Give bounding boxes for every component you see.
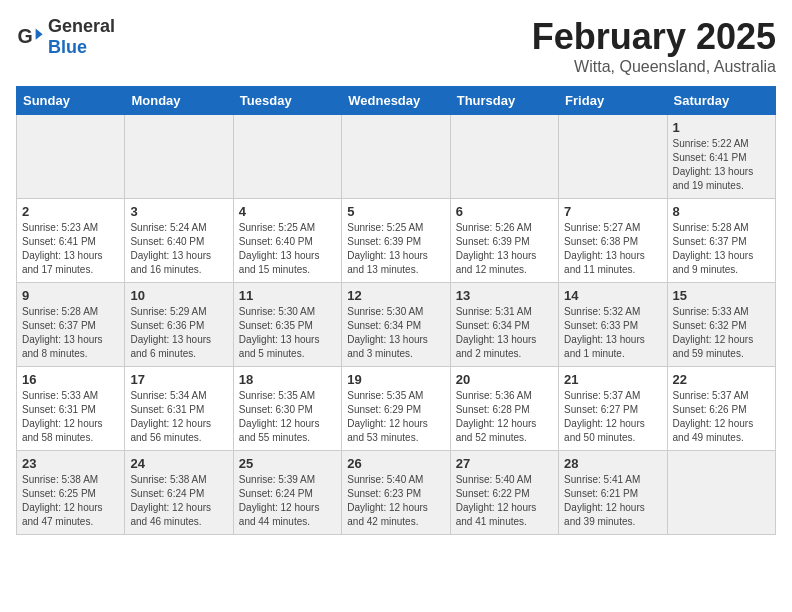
calendar-cell: 6Sunrise: 5:26 AM Sunset: 6:39 PM Daylig…	[450, 199, 558, 283]
cell-info: Sunrise: 5:23 AM Sunset: 6:41 PM Dayligh…	[22, 221, 119, 277]
cell-info: Sunrise: 5:32 AM Sunset: 6:33 PM Dayligh…	[564, 305, 661, 361]
cell-info: Sunrise: 5:30 AM Sunset: 6:34 PM Dayligh…	[347, 305, 444, 361]
calendar-cell: 3Sunrise: 5:24 AM Sunset: 6:40 PM Daylig…	[125, 199, 233, 283]
cell-info: Sunrise: 5:25 AM Sunset: 6:40 PM Dayligh…	[239, 221, 336, 277]
calendar-cell: 21Sunrise: 5:37 AM Sunset: 6:27 PM Dayli…	[559, 367, 667, 451]
day-number: 20	[456, 372, 553, 387]
day-number: 28	[564, 456, 661, 471]
calendar-table: SundayMondayTuesdayWednesdayThursdayFrid…	[16, 86, 776, 535]
day-number: 1	[673, 120, 770, 135]
calendar-cell: 15Sunrise: 5:33 AM Sunset: 6:32 PM Dayli…	[667, 283, 775, 367]
calendar-cell	[559, 115, 667, 199]
col-header-monday: Monday	[125, 87, 233, 115]
cell-info: Sunrise: 5:37 AM Sunset: 6:26 PM Dayligh…	[673, 389, 770, 445]
svg-text:G: G	[17, 25, 32, 47]
header: G General Blue February 2025 Witta, Quee…	[16, 16, 776, 76]
calendar-cell: 28Sunrise: 5:41 AM Sunset: 6:21 PM Dayli…	[559, 451, 667, 535]
col-header-tuesday: Tuesday	[233, 87, 341, 115]
calendar-week-row: 23Sunrise: 5:38 AM Sunset: 6:25 PM Dayli…	[17, 451, 776, 535]
day-number: 26	[347, 456, 444, 471]
cell-info: Sunrise: 5:28 AM Sunset: 6:37 PM Dayligh…	[673, 221, 770, 277]
cell-info: Sunrise: 5:22 AM Sunset: 6:41 PM Dayligh…	[673, 137, 770, 193]
day-number: 21	[564, 372, 661, 387]
day-number: 27	[456, 456, 553, 471]
calendar-week-row: 9Sunrise: 5:28 AM Sunset: 6:37 PM Daylig…	[17, 283, 776, 367]
logo-blue: Blue	[48, 37, 87, 57]
calendar-cell: 26Sunrise: 5:40 AM Sunset: 6:23 PM Dayli…	[342, 451, 450, 535]
cell-info: Sunrise: 5:37 AM Sunset: 6:27 PM Dayligh…	[564, 389, 661, 445]
calendar-cell: 23Sunrise: 5:38 AM Sunset: 6:25 PM Dayli…	[17, 451, 125, 535]
calendar-cell	[667, 451, 775, 535]
cell-info: Sunrise: 5:36 AM Sunset: 6:28 PM Dayligh…	[456, 389, 553, 445]
day-number: 3	[130, 204, 227, 219]
day-number: 22	[673, 372, 770, 387]
calendar-header-row: SundayMondayTuesdayWednesdayThursdayFrid…	[17, 87, 776, 115]
day-number: 2	[22, 204, 119, 219]
day-number: 5	[347, 204, 444, 219]
day-number: 11	[239, 288, 336, 303]
day-number: 14	[564, 288, 661, 303]
cell-info: Sunrise: 5:35 AM Sunset: 6:30 PM Dayligh…	[239, 389, 336, 445]
svg-marker-1	[36, 29, 43, 40]
calendar-cell: 16Sunrise: 5:33 AM Sunset: 6:31 PM Dayli…	[17, 367, 125, 451]
day-number: 7	[564, 204, 661, 219]
day-number: 18	[239, 372, 336, 387]
calendar-cell: 22Sunrise: 5:37 AM Sunset: 6:26 PM Dayli…	[667, 367, 775, 451]
day-number: 9	[22, 288, 119, 303]
calendar-week-row: 2Sunrise: 5:23 AM Sunset: 6:41 PM Daylig…	[17, 199, 776, 283]
title-area: February 2025 Witta, Queensland, Austral…	[532, 16, 776, 76]
calendar-week-row: 16Sunrise: 5:33 AM Sunset: 6:31 PM Dayli…	[17, 367, 776, 451]
cell-info: Sunrise: 5:33 AM Sunset: 6:31 PM Dayligh…	[22, 389, 119, 445]
calendar-cell: 7Sunrise: 5:27 AM Sunset: 6:38 PM Daylig…	[559, 199, 667, 283]
day-number: 8	[673, 204, 770, 219]
cell-info: Sunrise: 5:27 AM Sunset: 6:38 PM Dayligh…	[564, 221, 661, 277]
day-number: 19	[347, 372, 444, 387]
col-header-friday: Friday	[559, 87, 667, 115]
day-number: 17	[130, 372, 227, 387]
calendar-cell: 19Sunrise: 5:35 AM Sunset: 6:29 PM Dayli…	[342, 367, 450, 451]
cell-info: Sunrise: 5:31 AM Sunset: 6:34 PM Dayligh…	[456, 305, 553, 361]
logo-general: General	[48, 16, 115, 36]
calendar-cell: 27Sunrise: 5:40 AM Sunset: 6:22 PM Dayli…	[450, 451, 558, 535]
cell-info: Sunrise: 5:34 AM Sunset: 6:31 PM Dayligh…	[130, 389, 227, 445]
cell-info: Sunrise: 5:26 AM Sunset: 6:39 PM Dayligh…	[456, 221, 553, 277]
calendar-cell: 25Sunrise: 5:39 AM Sunset: 6:24 PM Dayli…	[233, 451, 341, 535]
calendar-cell	[342, 115, 450, 199]
calendar-cell: 17Sunrise: 5:34 AM Sunset: 6:31 PM Dayli…	[125, 367, 233, 451]
col-header-thursday: Thursday	[450, 87, 558, 115]
location-title: Witta, Queensland, Australia	[532, 58, 776, 76]
col-header-wednesday: Wednesday	[342, 87, 450, 115]
day-number: 15	[673, 288, 770, 303]
calendar-cell	[233, 115, 341, 199]
cell-info: Sunrise: 5:39 AM Sunset: 6:24 PM Dayligh…	[239, 473, 336, 529]
day-number: 10	[130, 288, 227, 303]
calendar-cell	[450, 115, 558, 199]
calendar-cell: 8Sunrise: 5:28 AM Sunset: 6:37 PM Daylig…	[667, 199, 775, 283]
day-number: 23	[22, 456, 119, 471]
col-header-saturday: Saturday	[667, 87, 775, 115]
calendar-cell: 2Sunrise: 5:23 AM Sunset: 6:41 PM Daylig…	[17, 199, 125, 283]
cell-info: Sunrise: 5:29 AM Sunset: 6:36 PM Dayligh…	[130, 305, 227, 361]
logo: G General Blue	[16, 16, 115, 58]
calendar-cell: 12Sunrise: 5:30 AM Sunset: 6:34 PM Dayli…	[342, 283, 450, 367]
cell-info: Sunrise: 5:38 AM Sunset: 6:24 PM Dayligh…	[130, 473, 227, 529]
cell-info: Sunrise: 5:24 AM Sunset: 6:40 PM Dayligh…	[130, 221, 227, 277]
day-number: 4	[239, 204, 336, 219]
day-number: 25	[239, 456, 336, 471]
day-number: 13	[456, 288, 553, 303]
calendar-cell: 18Sunrise: 5:35 AM Sunset: 6:30 PM Dayli…	[233, 367, 341, 451]
calendar-cell: 13Sunrise: 5:31 AM Sunset: 6:34 PM Dayli…	[450, 283, 558, 367]
month-title: February 2025	[532, 16, 776, 58]
cell-info: Sunrise: 5:38 AM Sunset: 6:25 PM Dayligh…	[22, 473, 119, 529]
cell-info: Sunrise: 5:30 AM Sunset: 6:35 PM Dayligh…	[239, 305, 336, 361]
calendar-cell: 10Sunrise: 5:29 AM Sunset: 6:36 PM Dayli…	[125, 283, 233, 367]
calendar-cell: 20Sunrise: 5:36 AM Sunset: 6:28 PM Dayli…	[450, 367, 558, 451]
calendar-cell: 4Sunrise: 5:25 AM Sunset: 6:40 PM Daylig…	[233, 199, 341, 283]
cell-info: Sunrise: 5:40 AM Sunset: 6:23 PM Dayligh…	[347, 473, 444, 529]
calendar-cell	[17, 115, 125, 199]
calendar-cell: 5Sunrise: 5:25 AM Sunset: 6:39 PM Daylig…	[342, 199, 450, 283]
day-number: 6	[456, 204, 553, 219]
col-header-sunday: Sunday	[17, 87, 125, 115]
day-number: 24	[130, 456, 227, 471]
cell-info: Sunrise: 5:25 AM Sunset: 6:39 PM Dayligh…	[347, 221, 444, 277]
